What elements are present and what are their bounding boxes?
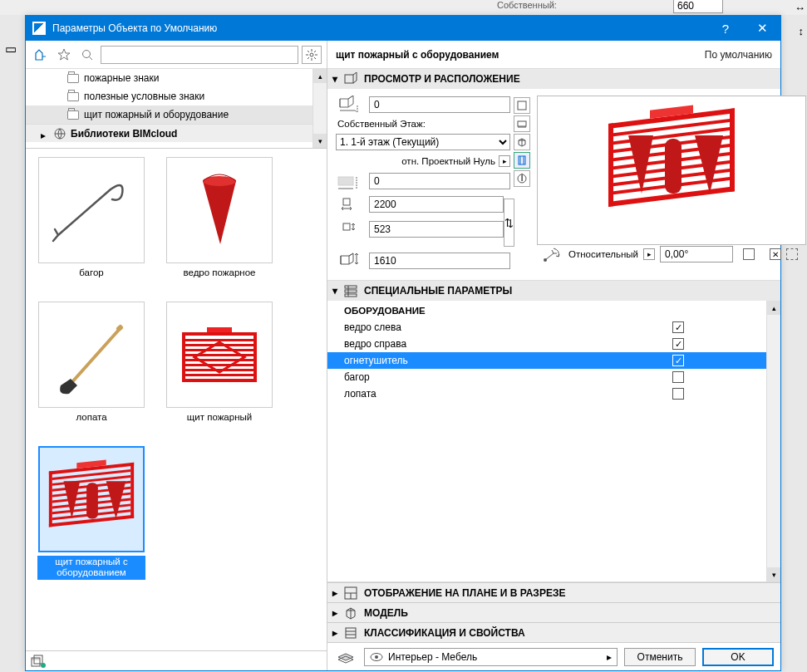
folder-tree[interactable]: пожарные знаки полезные условные знаки щ… [26,69,327,149]
browse-mode-button[interactable] [31,45,51,65]
view-front-button[interactable] [514,152,530,169]
gallery-caption: ведро пожарное [182,267,258,280]
gallery-item[interactable]: щит пожарный [165,302,273,424]
special-scrollbar[interactable]: ▴▾ [766,301,780,581]
depth-input[interactable] [369,221,504,238]
object-name: щит пожарный с оборудованием [336,49,499,61]
svg-rect-20 [253,332,257,382]
bimcloud-icon [54,128,66,140]
section-title: МОДЕЛЬ [364,607,408,619]
equipment-row[interactable]: лопата [327,385,780,402]
equipment-label: ведро слева [344,321,401,333]
section-preview-header[interactable]: ▾ ПРОСМОТР И РАСПОЛОЖЕНИЕ [327,69,780,89]
svg-rect-17 [182,332,257,336]
project-zero-flyout-button[interactable]: ▸ [499,155,510,167]
equipment-checkbox[interactable] [672,388,684,400]
close-button[interactable]: ✕ [744,16,780,41]
rotation-angle-input[interactable] [660,246,733,262]
mirror-plan-checkbox[interactable] [743,248,755,260]
tree-item[interactable]: пожарные знаки [26,69,327,87]
relative-flyout-button[interactable]: ▸ [643,248,655,260]
gallery-item[interactable]: ведро пожарное [165,157,273,280]
tree-item[interactable]: щит пожарный и оборудование [26,105,327,124]
bg-label: Собственный: [497,0,557,10]
svg-rect-28 [185,374,253,376]
svg-rect-56 [343,199,350,205]
section-classification-header[interactable]: ▸ КЛАССИФИКАЦИЯ И СВОЙСТВА [327,622,780,642]
equipment-checkbox[interactable] [672,371,684,383]
book-icon: ▭ [5,42,17,56]
equipment-checkbox[interactable]: ✓ [672,355,684,366]
section-title: КЛАССИФИКАЦИЯ И СВОЙСТВА [364,627,525,639]
equipment-row[interactable]: ведро справа✓ [327,336,780,352]
folder-icon [67,92,79,101]
dialog-title: Параметры Объекта по Умолчанию [52,22,707,34]
section-model-header[interactable]: ▸ МОДЕЛЬ [327,602,780,622]
elevation-input[interactable] [369,173,510,189]
layer-flyout-icon: ▸ [607,651,612,663]
svg-rect-23 [185,349,253,351]
ok-button[interactable]: OK [702,648,774,666]
equipment-row[interactable]: багор [327,369,780,385]
width-input[interactable] [369,196,504,213]
view-info-button[interactable]: i [514,170,530,187]
top-offset-icon [336,96,362,114]
tree-label: щит пожарный и оборудование [84,109,229,120]
gallery-item[interactable]: лопата [37,302,145,424]
view-3d-button[interactable] [514,134,530,150]
svg-point-2 [310,53,313,56]
top-offset-input[interactable] [369,96,510,113]
favorite-button[interactable] [54,45,74,65]
svg-rect-26 [185,364,253,366]
equipment-checkbox[interactable]: ✓ [672,321,684,333]
gallery-caption: багор [77,267,105,280]
equipment-row[interactable]: ведро слева✓ [327,319,780,336]
layer-selector[interactable]: Интерьер - Мебель ▸ [364,648,618,666]
search-input[interactable] [101,46,298,64]
svg-rect-34 [130,462,134,517]
expand-icon: ▸ [41,130,49,138]
svg-rect-87 [345,294,357,297]
equipment-label: ведро справа [344,338,406,350]
svg-line-1 [90,56,93,60]
mirror-y-checkbox[interactable] [786,248,798,260]
cancel-button[interactable]: Отменить [624,648,696,666]
preview-section-icon [344,72,357,86]
help-button[interactable]: ? [707,16,744,41]
tree-item[interactable]: полезные условные знаки [26,87,327,105]
gallery-item[interactable]: багор [37,157,145,280]
folder-icon [67,110,79,120]
svg-rect-64 [519,156,525,164]
equipment-row[interactable]: огнетушитель✓ [327,352,780,369]
default-settings-label: По умолчанию [705,49,772,61]
svg-rect-73 [730,108,735,192]
height-input[interactable] [369,253,510,269]
classification-section-icon [344,626,357,640]
bg-value-field[interactable]: 660 [673,0,723,13]
svg-point-96 [375,655,378,659]
section-plan-header[interactable]: ▸ ОТОБРАЖЕНИЕ НА ПЛАНЕ И В РАЗРЕЗЕ [327,582,780,602]
settings-gear-button[interactable] [302,46,322,64]
equipment-checkbox[interactable]: ✓ [672,338,684,350]
view-top-button[interactable] [514,115,530,132]
svg-rect-85 [345,286,357,288]
section-special-header[interactable]: ▾ СПЕЦИАЛЬНЫЕ ПАРАМЕТРЫ [327,281,780,301]
disclosure-down-icon: ▾ [332,285,337,297]
gallery-item-selected[interactable]: щит пожарный с оборудованием [37,446,145,581]
gallery-caption: лопата [74,411,108,424]
svg-line-51 [353,81,357,83]
model-section-icon [344,606,357,620]
library-manager-icon[interactable] [31,655,46,668]
tree-label: полезные условные знаки [84,91,204,102]
home-story-select[interactable]: 1. 1-й этаж (Текущий) [336,134,510,150]
svg-rect-49 [345,75,353,83]
tree-scrollbar[interactable]: ▴▾ [312,69,327,148]
library-root[interactable]: ▸ Библиотеки BIMcloud [26,124,327,142]
layer-icon [334,648,357,666]
svg-point-0 [83,50,91,57]
svg-rect-22 [185,344,253,346]
svg-line-7 [308,51,309,52]
search-button[interactable] [77,45,97,65]
view-symbol-button[interactable] [514,97,530,114]
mirror-x-checkbox[interactable]: ✕ [770,248,781,260]
